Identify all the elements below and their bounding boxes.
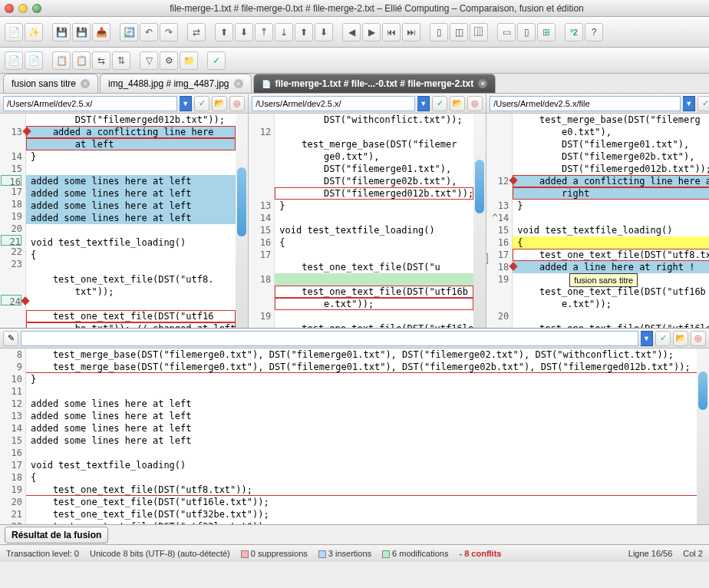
target-icon[interactable]: ◎ (467, 96, 483, 111)
conflict-next-button[interactable]: ⬇ (315, 23, 333, 41)
code-line[interactable]: added some lines here at left (26, 212, 236, 224)
code-line[interactable]: added some lines here at left (26, 187, 236, 200)
code-line[interactable] (26, 261, 236, 273)
code-line[interactable] (275, 126, 473, 138)
redo-button[interactable]: ↷ (160, 23, 178, 41)
filter-button[interactable]: ▽ (140, 51, 158, 70)
tab-merge[interactable]: 📄 file-merge-1.txt # file-...-0.txt # fi… (253, 74, 496, 93)
code-line[interactable]: DST("filemerged012b.txt")); (26, 114, 236, 126)
search-dropdown[interactable]: ▼ (641, 331, 653, 346)
swap-button[interactable]: ⇆ (92, 51, 110, 70)
target-icon[interactable]: ◎ (229, 96, 245, 111)
layout-h-button[interactable]: ▭ (497, 23, 516, 41)
code-line[interactable]: added some lines here at left (26, 422, 697, 434)
diff-last-button[interactable]: ⤓ (275, 23, 293, 41)
help-button[interactable]: ? (585, 23, 603, 41)
search-field[interactable] (21, 331, 638, 346)
diff-prev-button[interactable]: ⬆ (215, 23, 233, 41)
refresh-button[interactable]: 🔄 (120, 23, 138, 41)
target-icon[interactable]: ◎ (691, 331, 706, 346)
view-3-button[interactable]: ⿲ (470, 23, 488, 41)
code-line[interactable]: test_one_text_file(DST("utf32be.txt")); (26, 508, 697, 520)
view-2-button[interactable]: ◫ (450, 23, 468, 41)
path-field[interactable]: /Users/Armel/dev2.5.x/ (252, 96, 415, 111)
save-button[interactable]: 💾 (52, 23, 71, 41)
view-1-button[interactable]: ▯ (430, 23, 448, 41)
code-line[interactable]: test_merge_base(DST("filemer (275, 138, 473, 150)
code-line[interactable]: added some lines here at left (26, 410, 697, 422)
code-line[interactable]: at left (26, 138, 236, 150)
tab-images[interactable]: img_4488.jpg # img_4487.jpg × (100, 74, 251, 93)
code-line[interactable]: void test_textfile_loading() (26, 236, 236, 249)
code-line[interactable]: DST("filemerged012b.txt")); (513, 163, 709, 175)
copy-left-button[interactable]: 📋 (52, 51, 71, 70)
code-line[interactable]: test_one_text_file(DST("utf16b (513, 286, 709, 298)
code-line[interactable]: test_one_text_file(DST("utf8.txt")); (513, 249, 709, 261)
tab-fusion[interactable]: fusion sans titre × (3, 74, 98, 93)
merge-right-button[interactable]: ▶ (362, 23, 381, 41)
compare-button[interactable]: ⇄ (187, 23, 206, 41)
code-line[interactable]: test_one_text_file(DST("utf8.txt")); (26, 484, 697, 496)
code-line[interactable]: { (26, 471, 697, 484)
code-line[interactable] (26, 385, 697, 398)
code-line[interactable]: test_one_text_file(DST("utf16le. (513, 322, 709, 328)
code-line[interactable]: test_one_text_file(DST("utf16 (26, 310, 236, 322)
open-icon[interactable]: 📂 (450, 96, 465, 111)
code-line[interactable]: } (26, 150, 236, 163)
merge-all-right-button[interactable]: ⏭ (402, 23, 420, 41)
diff-next-button[interactable]: ⬇ (235, 23, 253, 41)
mode-32-button[interactable]: ³2 (565, 23, 583, 41)
code-line[interactable]: added some lines here at left (26, 175, 236, 187)
code-line[interactable]: void test_textfile_loading() (275, 224, 473, 236)
code-line[interactable]: DST("withconflict.txt")); (275, 114, 473, 126)
path-dropdown[interactable]: ▼ (180, 96, 192, 111)
code-line[interactable]: test_merge_base(DST("filemerg (513, 114, 709, 126)
code-line[interactable]: e.txt")); (513, 298, 709, 310)
close-icon[interactable]: × (234, 79, 243, 88)
merge-left-button[interactable]: ◀ (342, 23, 361, 41)
code-line[interactable]: added some lines here at left (26, 434, 697, 447)
path-dropdown[interactable]: ▼ (417, 96, 430, 111)
code-line[interactable]: txt")); (26, 286, 236, 298)
code-line[interactable] (513, 310, 709, 322)
code-line[interactable]: void test_textfile_loading() (26, 459, 697, 471)
code-line[interactable]: { (26, 249, 236, 261)
code-line[interactable] (26, 447, 697, 459)
conflict-prev-button[interactable]: ⬆ (295, 23, 313, 41)
code-line[interactable] (275, 249, 473, 261)
doc-a-button[interactable]: 📄 (5, 51, 23, 70)
minimize-icon[interactable] (18, 4, 28, 13)
code-line[interactable]: test_merge_base(DST("filemerge0.txt"), D… (26, 349, 697, 361)
left-editor[interactable]: 131415161718192021222324 DST("filemerged… (0, 114, 248, 328)
scrollbar[interactable] (236, 114, 248, 328)
close-icon[interactable] (5, 4, 14, 13)
check-icon[interactable]: ✓ (697, 96, 709, 111)
open-icon[interactable]: 📂 (212, 96, 227, 111)
center-editor[interactable]: 1213141516171819 DST("withconflict.txt")… (249, 114, 486, 328)
doc-b-button[interactable]: 📄 (25, 51, 43, 70)
code-line[interactable]: added a conflicting line here (26, 126, 236, 138)
code-line[interactable]: test_one_text_file(DST("u (275, 261, 473, 273)
code-line[interactable] (275, 212, 473, 224)
code-line[interactable]: test_one_text_file(DST("utf8. (26, 273, 236, 286)
code-line[interactable]: be.txt")); // changed at left (26, 322, 236, 328)
code-line[interactable]: test_one_text_file(DST("utf16b (275, 286, 473, 298)
code-line[interactable]: DST("filemerge01.txt"), (275, 163, 473, 175)
new-button[interactable]: 📄 (5, 23, 23, 41)
sync-button[interactable]: ⇅ (112, 51, 130, 70)
right-editor[interactable]: + ✖ ✓ ✓ ✓ 1213^14151617181920 test_merge… (486, 114, 709, 328)
code-line[interactable]: { (275, 236, 473, 249)
code-line[interactable]: ge0.txt"), (275, 150, 473, 163)
path-field[interactable]: /Users/Armel/dev2.5.x/file (490, 96, 681, 111)
code-line[interactable]: e0.txt"), (513, 126, 709, 138)
layout-grid-button[interactable]: ⊞ (537, 23, 556, 41)
close-icon[interactable]: × (81, 79, 90, 88)
code-line[interactable]: right (513, 187, 709, 200)
path-field[interactable]: /Users/Armel/dev2.5.x/ (3, 96, 177, 111)
code-line[interactable]: } (275, 200, 473, 212)
code-line[interactable]: DST("filemerge02b.txt"), (275, 175, 473, 187)
undo-button[interactable]: ↶ (140, 23, 158, 41)
close-icon[interactable]: × (478, 79, 487, 88)
code-line[interactable]: added a line here at right ! (513, 261, 709, 273)
import-button[interactable]: 📥 (92, 23, 110, 41)
